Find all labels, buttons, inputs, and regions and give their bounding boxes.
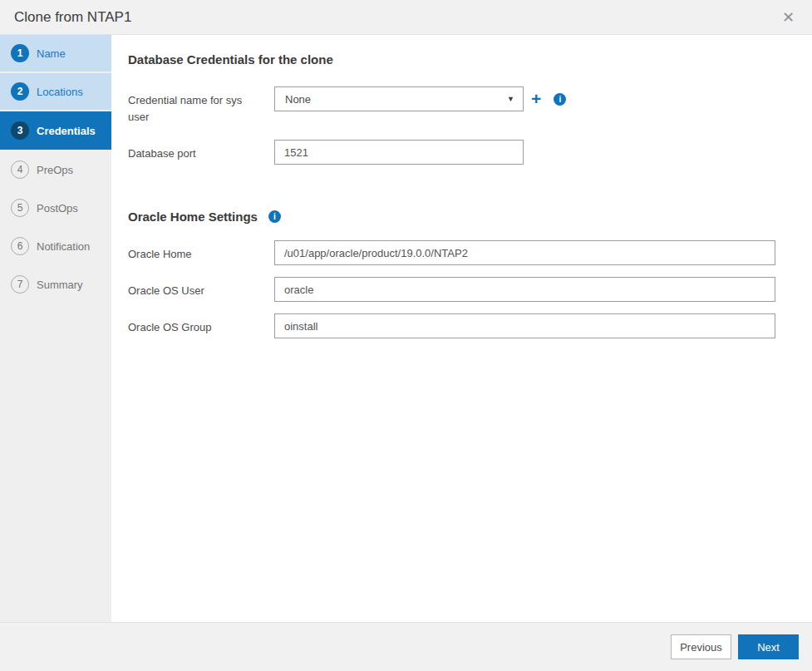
step-number-badge: 2 xyxy=(11,82,29,101)
oracle-os-group-label: Oracle OS Group xyxy=(128,313,274,336)
oracle-os-user-label: Oracle OS User xyxy=(128,277,274,299)
sidebar-step-summary[interactable]: 7 Summary xyxy=(0,266,111,303)
credential-name-select[interactable]: None ▼ xyxy=(274,86,524,111)
oracle-home-row: Oracle Home xyxy=(128,240,792,265)
add-credential-icon[interactable]: + xyxy=(531,86,541,111)
oracle-os-user-input[interactable] xyxy=(274,277,775,302)
credential-info-icon[interactable]: i xyxy=(554,93,566,106)
previous-button[interactable]: Previous xyxy=(671,634,731,659)
step-number-badge: 4 xyxy=(11,160,29,179)
step-label: Credentials xyxy=(37,125,96,137)
section-title-text: Database Credentials for the clone xyxy=(128,52,333,67)
section-title-oracle-home-settings: Oracle Home Settings i xyxy=(128,210,792,224)
wizard-footer: Previous Next xyxy=(0,622,812,671)
step-label: Locations xyxy=(37,86,83,98)
oracle-os-group-row: Oracle OS Group xyxy=(128,313,792,338)
database-port-label: Database port xyxy=(128,140,274,162)
oracle-home-input[interactable] xyxy=(274,240,775,265)
credential-name-label: Credential name for sys user xyxy=(128,86,274,125)
sidebar-step-preops[interactable]: 4 PreOps xyxy=(0,151,111,188)
selected-option-text: None xyxy=(285,93,311,106)
section-title-text: Oracle Home Settings xyxy=(128,210,258,224)
chevron-down-icon: ▼ xyxy=(507,95,514,103)
credentials-step-panel: Database Credentials for the clone Crede… xyxy=(111,35,812,622)
sidebar-step-notification[interactable]: 6 Notification xyxy=(0,228,111,264)
clone-wizard-dialog: Clone from NTAP1 ✕ 1 Name 2 Locations 3 … xyxy=(0,0,812,671)
step-label: PostOps xyxy=(37,202,78,215)
step-label: PreOps xyxy=(37,164,73,176)
section-title-database-credentials: Database Credentials for the clone xyxy=(128,52,792,67)
oracle-home-label: Oracle Home xyxy=(128,240,274,263)
step-number-badge: 3 xyxy=(11,121,29,140)
close-icon[interactable]: ✕ xyxy=(779,8,798,27)
credential-name-row: Credential name for sys user None ▼ + i xyxy=(128,86,792,125)
dialog-body: 1 Name 2 Locations 3 Credentials 4 PreOp… xyxy=(0,35,812,622)
sidebar-step-name[interactable]: 1 Name xyxy=(0,35,111,72)
step-number-badge: 6 xyxy=(11,237,29,255)
dialog-titlebar: Clone from NTAP1 ✕ xyxy=(0,0,812,35)
dialog-title: Clone from NTAP1 xyxy=(14,9,131,26)
sidebar-step-credentials[interactable]: 3 Credentials xyxy=(0,111,111,150)
sidebar-step-postops[interactable]: 5 PostOps xyxy=(0,190,111,226)
oracle-home-info-icon[interactable]: i xyxy=(268,210,281,223)
next-button[interactable]: Next xyxy=(738,634,799,659)
database-port-input[interactable] xyxy=(274,140,524,165)
wizard-steps-sidebar: 1 Name 2 Locations 3 Credentials 4 PreOp… xyxy=(0,35,111,622)
database-port-row: Database port xyxy=(128,140,792,165)
step-label: Notification xyxy=(37,240,90,253)
step-label: Name xyxy=(37,47,66,60)
step-number-badge: 7 xyxy=(11,275,29,294)
sidebar-step-locations[interactable]: 2 Locations xyxy=(0,73,111,110)
step-label: Summary xyxy=(37,279,83,291)
oracle-os-group-input[interactable] xyxy=(274,313,775,338)
oracle-os-user-row: Oracle OS User xyxy=(128,277,792,302)
step-number-badge: 5 xyxy=(11,199,29,217)
step-number-badge: 1 xyxy=(11,44,29,62)
